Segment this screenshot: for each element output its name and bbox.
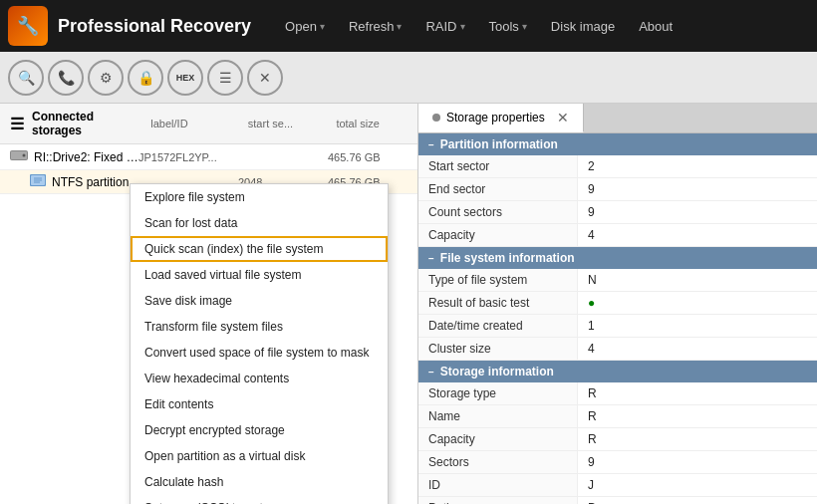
ctx-loadsaved[interactable]: Load saved virtual file system (131, 262, 388, 288)
tab-close-button[interactable]: ✕ (557, 110, 569, 126)
prop-value-storage-sectors: 9 (578, 451, 817, 473)
drive-icon (10, 148, 28, 165)
section-storage-info: − Storage information (418, 361, 817, 382)
phone-button[interactable]: 📞 (48, 60, 84, 96)
tab-bar: Storage properties ✕ (418, 104, 817, 133)
ctx-scan[interactable]: Scan for lost data (131, 210, 388, 236)
storage-list-icon: ☰ (10, 115, 24, 133)
tools-arrow-icon: ▾ (522, 21, 527, 32)
close-icon: ✕ (259, 70, 271, 86)
ctx-openvirtual[interactable]: Open partition as a virtual disk (131, 443, 388, 469)
raid-arrow-icon: ▾ (460, 21, 465, 32)
prop-count-sectors: Count sectors 9 (418, 201, 817, 224)
list-button[interactable]: ☰ (207, 60, 243, 96)
left-panel: ☰ Connected storages label/ID start se..… (0, 104, 418, 504)
prop-value-end-sector: 9 (578, 178, 817, 200)
prop-value-capacity-part: 4 (578, 224, 817, 246)
storage-header-label: Connected storages (32, 110, 135, 137)
prop-label-cluster-size: Cluster size (418, 338, 578, 360)
hex-icon: HEX (176, 73, 195, 83)
section-storage-title: Storage information (440, 365, 554, 378)
section-partition-title: Partition information (440, 137, 558, 151)
prop-value-storage-name: R (578, 405, 817, 427)
menu-raid[interactable]: RAID ▾ (415, 13, 474, 40)
prop-storage-name: Name R (418, 405, 817, 428)
prop-value-basic-test: ● (578, 292, 817, 314)
ctx-edit[interactable]: Edit contents (131, 391, 388, 417)
prop-value-fs-type: N (578, 269, 817, 291)
ctx-quickscan[interactable]: Quick scan (index) the file system (131, 236, 388, 262)
storage-header: ☰ Connected storages label/ID start se..… (0, 104, 417, 144)
close-button[interactable]: ✕ (247, 60, 283, 96)
partition-icon (30, 173, 46, 190)
section-filesystem-info: − File system information (418, 247, 817, 269)
ctx-calchash[interactable]: Calculate hash (131, 469, 388, 495)
tab-label: Storage properties (446, 111, 545, 125)
prop-datetime: Date/time created 1 (418, 315, 817, 338)
prop-value-storage-path: D (578, 497, 817, 504)
prop-fs-type: Type of file system N (418, 269, 817, 292)
tab-storage-props[interactable]: Storage properties ✕ (418, 104, 584, 132)
open-arrow-icon: ▾ (320, 21, 325, 32)
right-panel: Storage properties ✕ − Partition informa… (418, 104, 817, 504)
ctx-convert[interactable]: Convert used space of file system to mas… (131, 340, 388, 366)
ctx-iscsi[interactable]: Set up as iSCSI target (131, 495, 388, 504)
menu-open[interactable]: Open ▾ (275, 13, 335, 40)
prop-label-start-sector: Start sector (418, 155, 578, 177)
drive-name: RI::Drive2: Fixed Hit... (34, 150, 138, 164)
prop-label-count-sectors: Count sectors (418, 201, 578, 223)
main-container: ☰ Connected storages label/ID start se..… (0, 104, 817, 504)
prop-storage-type: Storage type R (418, 382, 817, 405)
prop-value-storage-capacity: R (578, 428, 817, 450)
prop-value-count-sectors: 9 (578, 201, 817, 223)
collapse-icon[interactable]: − (428, 139, 434, 150)
drive-row[interactable]: RI::Drive2: Fixed Hit... JP1572FL2YP... … (0, 144, 417, 170)
menu-about[interactable]: About (629, 13, 682, 40)
prop-label-fs-type: Type of file system (418, 269, 578, 291)
prop-label-storage-type: Storage type (418, 382, 578, 404)
settings-button[interactable]: ⚙ (88, 60, 124, 96)
prop-label-datetime: Date/time created (418, 315, 578, 337)
start-col-header: start se... (248, 118, 329, 129)
ctx-savedisk[interactable]: Save disk image (131, 288, 388, 314)
phone-icon: 📞 (58, 70, 75, 86)
menu-refresh[interactable]: Refresh ▾ (339, 13, 412, 40)
search-icon: 🔍 (18, 70, 35, 86)
prop-storage-path: Path D (418, 497, 817, 504)
prop-label-storage-id: ID (418, 474, 578, 496)
lock-icon: 🔒 (137, 70, 154, 86)
section-partition-info: − Partition information (418, 133, 817, 155)
list-icon: ☰ (219, 70, 232, 86)
hex-button[interactable]: HEX (167, 60, 203, 96)
prop-label-basic-test: Result of basic test (418, 292, 578, 314)
collapse-storage-icon[interactable]: − (428, 367, 434, 378)
ctx-explore[interactable]: Explore file system (131, 184, 388, 210)
partition-name: NTFS partition (52, 175, 138, 189)
ctx-viewhex[interactable]: View hexadecimal contents (131, 366, 388, 391)
toolbar: 🔍 📞 ⚙ 🔒 HEX ☰ ✕ (0, 52, 817, 104)
prop-value-storage-id: J (578, 474, 817, 496)
ctx-decrypt[interactable]: Decrypt encrypted storage (131, 417, 388, 443)
prop-value-storage-type: R (578, 382, 817, 404)
lock-button[interactable]: 🔒 (128, 60, 163, 96)
prop-value-datetime: 1 (578, 315, 817, 337)
menu-tools[interactable]: Tools ▾ (479, 13, 537, 40)
tab-dot-icon (432, 114, 440, 122)
menu-diskimage[interactable]: Disk image (541, 13, 625, 40)
prop-storage-capacity: Capacity R (418, 428, 817, 451)
prop-label-storage-name: Name (418, 405, 578, 427)
prop-cluster-size: Cluster size 4 (418, 338, 817, 361)
collapse-fs-icon[interactable]: − (428, 253, 434, 264)
drive-label: JP1572FL2YP... (138, 151, 238, 163)
prop-label-capacity-part: Capacity (418, 224, 578, 246)
app-logo: 🔧 (8, 6, 48, 46)
section-filesystem-title: File system information (440, 251, 575, 265)
prop-label-storage-sectors: Sectors (418, 451, 578, 473)
prop-label-storage-path: Path (418, 497, 578, 504)
ctx-transform[interactable]: Transform file system files (131, 314, 388, 340)
menu-bar: 🔧 Professional Recovery Open ▾ Refresh ▾… (0, 0, 817, 52)
search-button[interactable]: 🔍 (8, 60, 44, 96)
prop-storage-sectors: Sectors 9 (418, 451, 817, 474)
prop-value-start-sector: 2 (578, 155, 817, 177)
refresh-arrow-icon: ▾ (397, 21, 402, 32)
